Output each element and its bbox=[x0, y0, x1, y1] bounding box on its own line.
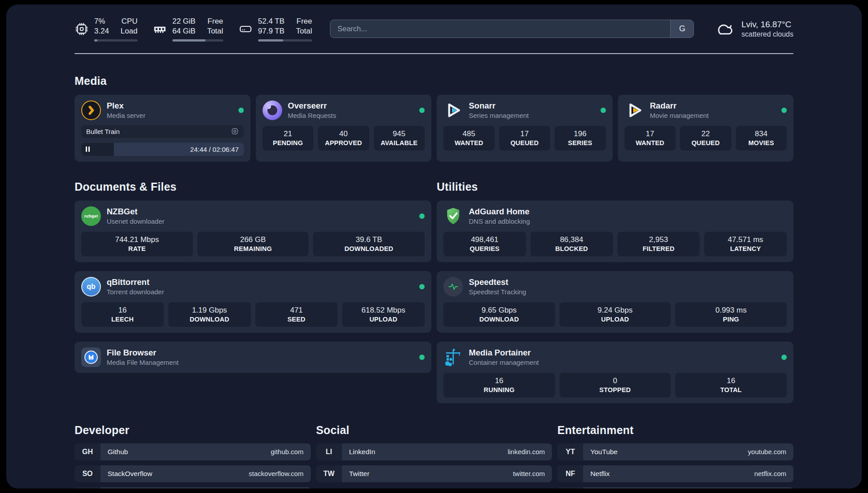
documents-column: Documents & Files nzbget NZBGet Usenet d… bbox=[75, 180, 431, 373]
ram-icon bbox=[153, 22, 167, 36]
disk-progress-bar bbox=[258, 39, 312, 42]
pause-icon[interactable] bbox=[86, 146, 90, 152]
disk-stat: 52.4 TB 97.9 TB Free Total bbox=[238, 17, 312, 42]
disk-free-value: 52.4 TB bbox=[258, 17, 284, 26]
service-card-speedtest[interactable]: Speedtest Speedtest Tracking 9.65 GbpsDO… bbox=[437, 271, 793, 333]
service-subtitle: Media server bbox=[107, 112, 233, 119]
stat-box: 39.6 TBDOWNLOADED bbox=[313, 232, 425, 256]
sonarr-icon bbox=[443, 100, 463, 120]
stat-box: 0STOPPED bbox=[559, 373, 671, 397]
player-progress-bar[interactable]: 24:44 / 02:06:47 bbox=[81, 143, 244, 156]
service-subtitle: DNS and adblocking bbox=[469, 217, 787, 225]
portainer-crane-icon bbox=[443, 347, 463, 367]
top-bar: 7% 3.24 CPU Load bbox=[75, 17, 793, 42]
memory-progress-bar bbox=[172, 39, 223, 42]
service-card-radarr[interactable]: Radarr Movie management 17WANTED 22QUEUE… bbox=[618, 95, 794, 162]
cpu-usage-value: 7% bbox=[94, 17, 109, 26]
nzbget-icon: nzbget bbox=[81, 206, 101, 226]
status-online-dot bbox=[601, 108, 606, 113]
service-card-filebrowser[interactable]: File Browser Media File Management bbox=[75, 342, 431, 373]
section-title-media: Media bbox=[75, 75, 793, 88]
search-provider-button[interactable]: G bbox=[670, 20, 693, 38]
overseerr-icon bbox=[263, 100, 282, 120]
filebrowser-icon bbox=[81, 347, 101, 367]
cpu-stat: 7% 3.24 CPU Load bbox=[75, 17, 138, 42]
bookmark-stackoverflow[interactable]: SO StackOverflowstackoverflow.com bbox=[75, 465, 311, 482]
cpu-load-label: Load bbox=[121, 26, 138, 36]
bookmark-netflix[interactable]: NF Netflixnetflix.com bbox=[557, 465, 793, 482]
utilities-column: Utilities AdGuard Home bbox=[437, 180, 793, 403]
service-card-qbittorrent[interactable]: qb qBittorrent Torrent downloader 16LEEC… bbox=[75, 271, 431, 333]
service-subtitle: Torrent downloader bbox=[107, 288, 413, 296]
stat-box: 16RUNNING bbox=[443, 373, 555, 397]
bookmark-dev[interactable]: DT DEVdev.to bbox=[75, 487, 311, 489]
section-title-entertainment: Entertainment bbox=[557, 424, 793, 437]
service-title: Media Portainer bbox=[469, 348, 776, 358]
cpu-usage-label: CPU bbox=[121, 17, 138, 26]
stat-box: 21PENDING bbox=[263, 126, 314, 150]
stat-box: 17WANTED bbox=[625, 126, 676, 150]
stat-box: 0.993 msPING bbox=[675, 302, 787, 327]
radarr-icon bbox=[625, 100, 644, 120]
service-subtitle: Movie management bbox=[650, 112, 776, 119]
service-subtitle: Media Requests bbox=[288, 112, 414, 119]
service-title: Overseerr bbox=[288, 101, 414, 111]
weather-location: Lviv, 16.87°C bbox=[741, 20, 793, 29]
stat-box: 9.24 GbpsUPLOAD bbox=[559, 302, 671, 327]
bookmark-linkedin[interactable]: LI LinkedInlinkedin.com bbox=[316, 443, 552, 460]
search-input[interactable] bbox=[330, 20, 671, 38]
section-title-utilities: Utilities bbox=[437, 180, 793, 193]
memory-free-label: Free bbox=[207, 17, 223, 26]
section-title-developer: Developer bbox=[75, 424, 311, 437]
stat-box: 47.571 msLATENCY bbox=[704, 232, 787, 256]
memory-total-label: Total bbox=[207, 26, 223, 36]
system-stats: 7% 3.24 CPU Load bbox=[75, 17, 312, 42]
service-subtitle: Usenet downloader bbox=[107, 217, 413, 225]
bookmarks-entertainment: Entertainment YT YouTubeyoutube.com NF N… bbox=[557, 424, 793, 489]
hard-drive-icon bbox=[238, 22, 253, 36]
section-title-documents: Documents & Files bbox=[75, 180, 431, 193]
service-subtitle: Container management bbox=[469, 359, 776, 366]
bookmarks-social: Social LI LinkedInlinkedin.com TW Twitte… bbox=[316, 424, 552, 489]
stat-box: 266 GBREMAINING bbox=[197, 232, 309, 256]
service-card-nzbget[interactable]: nzbget NZBGet Usenet downloader 744.21 M… bbox=[75, 201, 431, 262]
service-card-sonarr[interactable]: Sonarr Series management 485WANTED 17QUE… bbox=[437, 95, 613, 162]
service-title: File Browser bbox=[107, 348, 413, 358]
service-card-overseerr[interactable]: Overseerr Media Requests 21PENDING 40APP… bbox=[256, 95, 432, 162]
stat-box: 22QUEUED bbox=[680, 126, 731, 150]
service-title: Sonarr bbox=[469, 101, 595, 111]
stat-box: 2,953FILTERED bbox=[618, 232, 700, 256]
stat-box: 17QUEUED bbox=[499, 126, 551, 150]
weather-condition: scattered clouds bbox=[741, 30, 793, 38]
disk-total-label: Total bbox=[296, 26, 312, 36]
stat-box: 471SEED bbox=[255, 302, 338, 327]
service-subtitle: Media File Management bbox=[107, 359, 413, 366]
status-online-dot bbox=[419, 355, 425, 360]
bookmark-reddit[interactable]: RE Redditreddit.com bbox=[557, 487, 793, 489]
bookmark-github[interactable]: GH Githubgithub.com bbox=[75, 443, 311, 460]
adguard-shield-icon bbox=[443, 206, 463, 226]
service-card-portainer[interactable]: Media Portainer Container management 16R… bbox=[437, 342, 793, 403]
cpu-progress-bar bbox=[94, 39, 138, 42]
service-title: Plex bbox=[107, 101, 233, 111]
service-title: Speedtest bbox=[469, 277, 787, 287]
service-title: qBittorrent bbox=[107, 277, 413, 287]
header-divider bbox=[75, 53, 793, 54]
stat-box: 618.52 MbpsUPLOAD bbox=[342, 302, 425, 327]
service-card-plex[interactable]: Plex Media server Bullet Train 24:44 / 0… bbox=[75, 95, 250, 162]
status-online-dot bbox=[419, 108, 425, 113]
status-online-dot bbox=[781, 355, 787, 360]
bookmark-twitter[interactable]: TW Twittertwitter.com bbox=[316, 465, 552, 482]
stat-box: 196SERIES bbox=[555, 126, 606, 150]
media-source-icon[interactable] bbox=[231, 127, 239, 135]
dashboard-panel: 7% 3.24 CPU Load bbox=[6, 4, 862, 489]
weather-widget: Lviv, 16.87°C scattered clouds bbox=[714, 20, 793, 38]
stat-box: 86,384BLOCKED bbox=[530, 232, 613, 256]
stat-box: 16LEECH bbox=[81, 302, 164, 327]
service-title: NZBGet bbox=[107, 207, 413, 217]
disk-free-label: Free bbox=[296, 17, 312, 26]
now-playing-title: Bullet Train bbox=[86, 128, 120, 135]
stat-box: 9.65 GbpsDOWNLOAD bbox=[443, 302, 555, 327]
bookmark-youtube[interactable]: YT YouTubeyoutube.com bbox=[557, 443, 793, 460]
service-card-adguard[interactable]: AdGuard Home DNS and adblocking 498,461Q… bbox=[437, 201, 793, 262]
